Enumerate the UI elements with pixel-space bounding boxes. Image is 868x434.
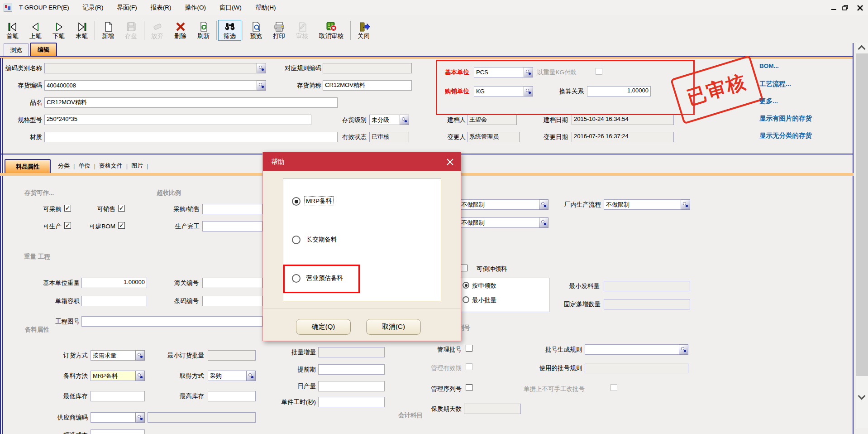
print-button[interactable]: 打印 bbox=[267, 20, 291, 41]
lookup-icon[interactable] bbox=[257, 63, 266, 73]
restore-button[interactable] bbox=[841, 4, 850, 12]
restriction-field-1[interactable] bbox=[459, 199, 548, 210]
daily-output-field[interactable] bbox=[318, 381, 385, 391]
order-mode-field[interactable] bbox=[91, 350, 145, 361]
barcode-field[interactable] bbox=[202, 296, 262, 306]
lookup-icon[interactable] bbox=[246, 371, 256, 381]
last-record-button[interactable]: 末笔 bbox=[70, 20, 93, 41]
prev-record-button[interactable]: 上笔 bbox=[24, 20, 47, 41]
producible-checkbox[interactable]: ✓ bbox=[64, 222, 71, 229]
tab-item-attributes[interactable]: 料品属性 bbox=[5, 159, 51, 173]
next-record-button[interactable]: 下笔 bbox=[47, 20, 70, 41]
lead-time-field[interactable] bbox=[318, 364, 385, 375]
help-dialog-titlebar[interactable]: 帮助 bbox=[263, 152, 461, 171]
new-button[interactable]: 新增 bbox=[96, 20, 119, 41]
mrp-prep-label[interactable]: MRP备料 bbox=[305, 197, 333, 206]
tab-browse[interactable]: 浏览 bbox=[4, 43, 29, 56]
base-unit-input[interactable] bbox=[474, 67, 524, 77]
base-unit-weight-field[interactable]: 1.00000 bbox=[81, 278, 147, 288]
tab-qualification[interactable]: 资格文件 bbox=[95, 162, 126, 170]
conversion-field[interactable]: 1.00000 bbox=[587, 86, 651, 96]
link-more[interactable]: 更多... bbox=[759, 97, 778, 106]
lookup-icon[interactable] bbox=[539, 217, 548, 228]
lookup-icon[interactable] bbox=[135, 412, 145, 423]
dialog-close-button[interactable] bbox=[444, 156, 455, 167]
item-abbr-field[interactable]: CR12MOV精料 bbox=[323, 80, 412, 91]
link-bom[interactable]: BOM... bbox=[759, 63, 779, 69]
level-field[interactable] bbox=[369, 115, 409, 125]
purchase-sale-ratio-field[interactable] bbox=[202, 204, 262, 214]
backflush-checkbox[interactable] bbox=[461, 265, 467, 271]
min-batch-radio[interactable] bbox=[463, 296, 469, 303]
link-show-with-pictures[interactable]: 显示有图片的存货 bbox=[759, 114, 812, 123]
menu-interface[interactable]: 界面(F) bbox=[110, 2, 144, 13]
refresh-button[interactable]: 刷新 bbox=[192, 20, 215, 41]
menu-report[interactable]: 报表(R) bbox=[144, 2, 178, 13]
level-input[interactable] bbox=[369, 115, 400, 125]
lookup-icon[interactable] bbox=[135, 371, 145, 381]
base-unit-field[interactable] bbox=[474, 67, 533, 77]
filter-button[interactable]: 筛选 bbox=[218, 20, 241, 41]
restriction-field-2[interactable] bbox=[459, 217, 548, 228]
lookup-icon[interactable] bbox=[679, 344, 688, 355]
item-name-field[interactable]: CR12MOV精料 bbox=[44, 97, 338, 108]
tab-category[interactable]: 分类 bbox=[54, 162, 73, 170]
purchasable-checkbox[interactable]: ✓ bbox=[64, 205, 71, 212]
minimize-button[interactable] bbox=[829, 4, 838, 12]
menu-help[interactable]: 帮助(H) bbox=[248, 2, 283, 13]
link-process[interactable]: 工艺流程... bbox=[759, 80, 791, 88]
production-finish-ratio-field[interactable] bbox=[202, 221, 262, 231]
first-record-button[interactable]: 首笔 bbox=[1, 20, 24, 41]
prep-method-field[interactable] bbox=[91, 371, 145, 381]
delete-button[interactable]: 删除 bbox=[169, 20, 192, 41]
trade-unit-input[interactable] bbox=[474, 86, 524, 96]
ok-button[interactable]: 确定(Q) bbox=[296, 319, 351, 335]
material-field[interactable] bbox=[44, 132, 338, 142]
supplier-code-field[interactable] bbox=[91, 412, 145, 423]
spec-field[interactable]: 250*240*35 bbox=[44, 115, 311, 125]
box-volume-field[interactable] bbox=[81, 296, 147, 306]
factory-flow-field[interactable] bbox=[604, 199, 690, 210]
code-category-field[interactable] bbox=[44, 63, 266, 73]
menu-window[interactable]: 窗口(W) bbox=[213, 2, 248, 13]
lookup-icon[interactable] bbox=[681, 199, 690, 210]
code-category-input[interactable] bbox=[44, 63, 257, 73]
tab-unit[interactable]: 单位 bbox=[75, 162, 94, 170]
preview-button[interactable]: 预览 bbox=[244, 20, 267, 41]
trade-unit-field[interactable] bbox=[474, 86, 533, 96]
tab-edit[interactable]: 编辑 bbox=[30, 43, 57, 56]
item-code-input[interactable] bbox=[44, 80, 257, 91]
by-request-radio[interactable] bbox=[463, 282, 469, 289]
cancel-audit-button[interactable]: 取消审核 bbox=[314, 20, 349, 41]
lookup-icon[interactable] bbox=[524, 67, 533, 77]
scrollbar-thumb[interactable] bbox=[856, 53, 868, 376]
lookup-icon[interactable] bbox=[539, 199, 548, 210]
close-form-button[interactable]: 关闭 bbox=[352, 20, 375, 41]
lookup-icon[interactable] bbox=[135, 350, 145, 361]
long-leadtime-prep-label[interactable]: 长交期备料 bbox=[306, 235, 337, 244]
batch-rule-input[interactable] bbox=[585, 344, 679, 355]
lookup-icon[interactable] bbox=[257, 80, 266, 91]
long-leadtime-prep-radio[interactable] bbox=[292, 236, 300, 244]
factory-flow-input[interactable] bbox=[604, 199, 681, 210]
tab-picture[interactable]: 图片 bbox=[128, 162, 147, 170]
mrp-prep-radio[interactable] bbox=[292, 197, 300, 206]
sellable-checkbox[interactable]: ✓ bbox=[118, 205, 125, 212]
manage-batch-checkbox[interactable] bbox=[466, 345, 472, 352]
drawing-no-field[interactable] bbox=[81, 316, 262, 327]
supplier-code-input[interactable] bbox=[91, 412, 135, 423]
batch-rule-field[interactable] bbox=[585, 344, 688, 355]
menu-operation[interactable]: 操作(O) bbox=[178, 2, 213, 13]
acquire-mode-field[interactable] bbox=[208, 371, 256, 381]
item-code-field[interactable] bbox=[44, 80, 266, 91]
lookup-icon[interactable] bbox=[400, 115, 409, 125]
cancel-button[interactable]: 取消(C) bbox=[366, 319, 421, 335]
restriction-input-2[interactable] bbox=[459, 217, 539, 228]
std-cost-field[interactable] bbox=[91, 429, 145, 434]
order-mode-input[interactable] bbox=[91, 350, 135, 361]
acquire-mode-input[interactable] bbox=[208, 371, 246, 381]
max-stock-field[interactable] bbox=[208, 391, 256, 401]
can-build-bom-checkbox[interactable]: ✓ bbox=[118, 222, 125, 229]
manage-serial-checkbox[interactable] bbox=[466, 384, 472, 391]
menu-record[interactable]: 记录(R) bbox=[76, 2, 110, 13]
